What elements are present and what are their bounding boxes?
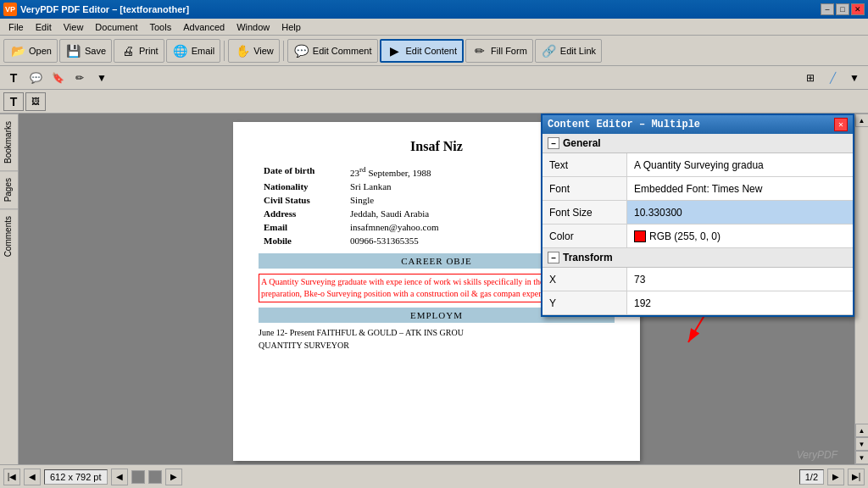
ce-title: Content Editor – Multiple	[548, 119, 700, 130]
ce-fontsize-value: 10.330300	[627, 201, 853, 224]
comment-tool-btn[interactable]: 💬	[25, 69, 46, 87]
close-btn[interactable]: ✕	[851, 3, 865, 15]
image-select-btn[interactable]: 🖼	[25, 92, 46, 111]
watermark: VeryPDF	[797, 449, 837, 461]
email-button[interactable]: 🌐 Email	[166, 39, 221, 63]
menu-window[interactable]: Window	[231, 20, 275, 34]
main-area: Bookmarks Pages Comments Insaf Niz Date …	[0, 114, 868, 464]
ce-title-bar: Content Editor – Multiple ✕	[542, 115, 853, 134]
pen-icon: ✏	[471, 42, 488, 59]
ce-color-label: Color	[542, 225, 627, 247]
text-select-btn[interactable]: T	[3, 92, 24, 111]
link-icon: 🔗	[541, 42, 558, 59]
email-icon: 🌐	[172, 42, 189, 59]
maximize-btn[interactable]: □	[836, 3, 849, 15]
left-tabs: Bookmarks Pages Comments	[0, 114, 19, 464]
employ-row2: QUANTITY SURVEYOR	[259, 341, 615, 350]
print-icon: 🖨	[120, 42, 136, 59]
ce-font-row: Font Embedded Font: Times New	[542, 177, 853, 201]
ce-transform-label: Transform	[563, 252, 613, 263]
color-swatch	[634, 230, 646, 242]
edit-link-button[interactable]: 🔗 Edit Link	[535, 39, 602, 63]
comments-tab[interactable]: Comments	[0, 208, 18, 263]
nav-scroll-left[interactable]: ◀	[111, 469, 128, 485]
save-button[interactable]: 💾 Save	[59, 39, 112, 63]
menu-tools[interactable]: Tools	[145, 20, 177, 34]
pencil-tool-btn[interactable]: ✏	[70, 69, 90, 87]
right-scrollbar[interactable]: ▲ ▲ ▼ ▼	[854, 114, 868, 464]
toolbar2: T 💬 🔖 ✏ ▼ ⊞ ╱ ▼	[0, 66, 868, 90]
scroll-pg-up[interactable]: ▲	[855, 424, 869, 437]
scroll-pg-dn[interactable]: ▼	[855, 437, 869, 451]
nav-pg-icon	[131, 470, 145, 484]
nav-next-btn[interactable]: ▶	[827, 469, 844, 485]
print-button[interactable]: 🖨 Print	[114, 39, 164, 63]
ce-transform-header: – Transform	[542, 248, 853, 268]
ce-x-value: 73	[627, 268, 853, 291]
pages-tab[interactable]: Pages	[0, 170, 18, 208]
menu-bar: File Edit View Document Tools Advanced W…	[0, 19, 868, 36]
menu-file[interactable]: File	[3, 20, 29, 34]
scroll-down-btn[interactable]: ▼	[855, 451, 869, 464]
cursor-icon: ▶	[387, 42, 403, 59]
open-icon: 📂	[9, 42, 26, 59]
bookmarks-tab[interactable]: Bookmarks	[0, 114, 18, 170]
hand-icon: ✋	[234, 42, 251, 59]
employ-row1: June 12- Present FAITHFUL & GOULD – ATK …	[259, 328, 615, 337]
nav-scroll-right[interactable]: ▶	[165, 469, 182, 485]
fill-form-button[interactable]: ✏ Fill Form	[465, 39, 533, 63]
ce-general-header: – General	[542, 134, 853, 153]
toolbar-separator2	[283, 41, 284, 61]
scroll-up-btn[interactable]: ▲	[855, 114, 869, 127]
ce-x-row: X 73	[542, 268, 853, 291]
app-icon: VP	[3, 3, 17, 16]
ce-close-btn[interactable]: ✕	[834, 118, 848, 131]
ce-text-label: Text	[542, 153, 627, 176]
menu-view[interactable]: View	[58, 20, 89, 34]
ce-fontsize-label: Font Size	[542, 201, 627, 224]
main-toolbar: 📂 Open 💾 Save 🖨 Print 🌐 Email ✋ View 💬 E…	[0, 36, 868, 66]
nav-prev-btn[interactable]: ◀	[24, 469, 41, 485]
edit-content-button[interactable]: ▶ Edit Content	[380, 39, 465, 63]
ce-font-label: Font	[542, 177, 627, 200]
ce-y-label: Y	[542, 291, 627, 314]
nav-last-btn[interactable]: ▶|	[848, 469, 865, 485]
more-btn[interactable]: ▼	[844, 69, 865, 87]
ce-body: – General Text A Quantity Surveying grad…	[542, 134, 853, 315]
save-icon: 💾	[65, 42, 82, 59]
content-editor-panel: Content Editor – Multiple ✕ – General Te…	[541, 114, 854, 317]
window-controls[interactable]: – □ ✕	[821, 3, 865, 15]
toolbar-separator	[224, 41, 225, 61]
dimensions-display: 612 x 792 pt	[44, 469, 108, 485]
diagonal-tool-btn[interactable]: ╱	[822, 69, 843, 87]
ce-y-value: 192	[627, 291, 853, 314]
ce-text-row: Text A Quantity Surveying gradua	[542, 153, 853, 177]
text-tool-btn[interactable]: T	[3, 69, 24, 87]
status-bar: |◀ ◀ 612 x 792 pt ◀ ▶ 1/2 ▶ ▶|	[0, 464, 868, 488]
stamp-tool-btn[interactable]: 🔖	[47, 69, 68, 87]
menu-help[interactable]: Help	[276, 20, 306, 34]
dropdown-btn[interactable]: ▼	[92, 69, 112, 87]
menu-advanced[interactable]: Advanced	[178, 20, 230, 34]
edit-comment-button[interactable]: 💬 Edit Comment	[287, 39, 378, 63]
ce-x-label: X	[542, 268, 627, 291]
open-button[interactable]: 📂 Open	[3, 39, 58, 63]
nav-first-btn[interactable]: |◀	[3, 469, 20, 485]
comment-icon: 💬	[293, 42, 310, 59]
menu-document[interactable]: Document	[90, 20, 142, 34]
ce-color-value: RGB (255, 0, 0)	[627, 225, 853, 247]
ce-color-row: Color RGB (255, 0, 0)	[542, 225, 853, 248]
ce-general-label: General	[563, 137, 601, 149]
view-button[interactable]: ✋ View	[228, 39, 280, 63]
ce-y-row: Y 192	[542, 291, 853, 315]
ce-text-value: A Quantity Surveying gradua	[627, 153, 853, 176]
ce-general-collapse[interactable]: –	[548, 137, 559, 149]
menu-edit[interactable]: Edit	[31, 20, 57, 34]
ce-font-value: Embedded Font: Times New	[627, 177, 853, 200]
app-title: VeryPDF PDF Editor – [textforanother]	[20, 4, 189, 14]
page-info-display: 1/2	[799, 469, 824, 485]
ce-fontsize-row: Font Size 10.330300	[542, 201, 853, 225]
panel-toggle-btn[interactable]: ⊞	[800, 69, 821, 87]
ce-transform-collapse[interactable]: –	[548, 252, 559, 263]
minimize-btn[interactable]: –	[821, 3, 834, 15]
